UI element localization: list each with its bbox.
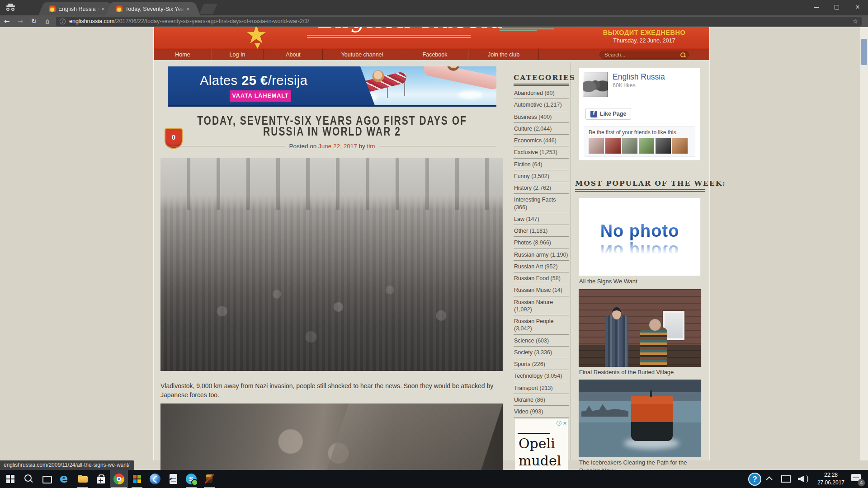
page-info-icon[interactable]: i: [60, 19, 66, 24]
popular-caption[interactable]: All the Signs We Want: [579, 276, 701, 286]
url-bar[interactable]: i englishrussia.com /2017/06/22/today-se…: [56, 17, 862, 26]
popular-thumbnail[interactable]: [579, 380, 701, 457]
category-link[interactable]: Transport (213): [514, 382, 569, 394]
ad-cta-button[interactable]: VAATA LÄHEMALT: [230, 90, 291, 102]
popular-thumbnail[interactable]: No photo No photo: [579, 197, 701, 276]
friend-avatar[interactable]: [605, 138, 621, 154]
popular-item[interactable]: No photo No photo All the Signs We Want: [579, 197, 701, 286]
reload-button[interactable]: ↻: [27, 17, 41, 25]
tab-close-icon[interactable]: ×: [186, 6, 190, 12]
maximize-button[interactable]: [826, 0, 847, 14]
category-link[interactable]: Photos (8,966): [514, 237, 569, 249]
taskbar-app[interactable]: [92, 470, 110, 488]
category-link[interactable]: Economics (446): [514, 135, 569, 146]
friend-avatar[interactable]: [672, 138, 688, 154]
taskbar-app-icon: [167, 473, 179, 485]
bookmark-star-icon[interactable]: ☆: [852, 18, 858, 25]
help-icon[interactable]: ?: [748, 473, 761, 486]
tray-expand-icon[interactable]: [766, 476, 772, 483]
home-button[interactable]: ⌂: [41, 17, 54, 25]
popular-item[interactable]: Final Residents of the Buried Village: [579, 289, 701, 377]
category-link[interactable]: Abandoned (80): [514, 87, 569, 99]
category-link[interactable]: Law (147): [514, 213, 569, 225]
taskbar-app[interactable]: [182, 470, 200, 488]
site-search[interactable]: [599, 51, 689, 59]
category-link[interactable]: Fiction (64): [514, 159, 569, 170]
minimize-button[interactable]: [806, 0, 826, 14]
like-page-button[interactable]: f Like Page: [585, 108, 631, 120]
category-link[interactable]: Russian Music (14): [514, 284, 569, 296]
ad-banner[interactable]: Alates 25 €/reisija VAATA LÄHEMALT: [168, 66, 496, 107]
category-link[interactable]: History (2,762): [514, 182, 569, 194]
back-button[interactable]: ←: [0, 17, 14, 25]
nav-link[interactable]: Facebook: [401, 49, 468, 60]
clock[interactable]: 22:28 27.06.2017: [817, 471, 844, 487]
search-icon[interactable]: [680, 52, 686, 58]
site-logo-script[interactable]: English Russia: [317, 27, 504, 33]
taskbar-app[interactable]: [110, 470, 128, 488]
category-link[interactable]: Technology (3,054): [514, 370, 569, 382]
category-link[interactable]: Interesting Facts (366): [514, 194, 569, 213]
new-tab-button[interactable]: [199, 4, 217, 14]
browser-tab-1[interactable]: English Russia » Daily sel ×: [45, 2, 108, 15]
posted-date-link[interactable]: June 22, 2017: [318, 143, 357, 150]
close-button[interactable]: ×: [847, 0, 868, 14]
category-link[interactable]: Automotive (1,217): [514, 99, 569, 111]
category-link[interactable]: Society (3,336): [514, 347, 569, 358]
nav-link[interactable]: Youtube channel: [323, 49, 401, 60]
masthead-date: Thursday, 22 June, 2017: [601, 38, 687, 44]
category-link[interactable]: Funny (3,502): [514, 170, 569, 182]
tab-close-icon[interactable]: ×: [101, 6, 105, 12]
nav-link[interactable]: About: [264, 49, 323, 60]
facebook-page-avatar[interactable]: [583, 72, 608, 97]
taskbar-app[interactable]: [146, 470, 164, 488]
category-link[interactable]: Russian army (1,190): [514, 249, 569, 261]
popular-item[interactable]: The Icebreakers Clearing the Path for th…: [579, 380, 701, 475]
category-link[interactable]: Sports (226): [514, 358, 569, 370]
facebook-page-link[interactable]: English Russia: [613, 72, 665, 82]
article-title[interactable]: TODAY, SEVENTY-SIX YEARS AGO FIRST DAYS …: [168, 113, 496, 135]
author-link[interactable]: tim: [367, 143, 375, 150]
category-link[interactable]: Russian Art (952): [514, 261, 569, 272]
category-link[interactable]: Science (603): [514, 335, 569, 347]
notification-center-icon[interactable]: 4: [850, 472, 863, 486]
friend-avatar[interactable]: [622, 138, 637, 154]
category-link[interactable]: Business (400): [514, 111, 569, 123]
category-link[interactable]: Other (1,181): [514, 225, 569, 237]
category-link[interactable]: Russian Food (58): [514, 272, 569, 284]
scrollbar-thumb[interactable]: [861, 39, 867, 65]
friend-avatar[interactable]: [656, 138, 671, 154]
category-link[interactable]: Ukraine (86): [514, 394, 569, 406]
popular-thumbnail[interactable]: [579, 289, 701, 367]
network-icon[interactable]: [780, 474, 790, 483]
volume-icon[interactable]: [797, 474, 808, 483]
taskbar-app[interactable]: [19, 470, 38, 488]
popular-caption[interactable]: Final Residents of the Buried Village: [579, 367, 701, 377]
category-link[interactable]: Russian Nature (1,092): [514, 296, 569, 316]
category-link[interactable]: Video (993): [514, 406, 569, 418]
article-photo-crowd[interactable]: [160, 158, 503, 371]
taskbar-app[interactable]: [74, 470, 92, 488]
taskbar-app[interactable]: [164, 470, 182, 488]
nav-link[interactable]: Join the club: [468, 49, 539, 60]
taskbar-app[interactable]: [128, 470, 146, 488]
taskbar-app[interactable]: [38, 470, 56, 488]
category-link[interactable]: Exclusive (1,253): [514, 146, 569, 158]
search-input[interactable]: [604, 52, 680, 57]
category-link[interactable]: Culture (2,044): [514, 123, 569, 135]
page-scrollbar[interactable]: [860, 27, 868, 460]
ad-close-icon[interactable]: ×: [563, 421, 566, 426]
category-link[interactable]: Russian People (3,042): [514, 315, 569, 335]
nav-link[interactable]: Log In: [211, 49, 264, 60]
nav-link[interactable]: Home: [154, 49, 211, 60]
adchoices-info-icon[interactable]: i: [557, 421, 561, 426]
browser-tab-2-active[interactable]: Today, Seventy-Six Years ×: [112, 2, 193, 15]
ad-headline: Alates 25 €/reisija: [200, 73, 307, 88]
friend-avatar[interactable]: [589, 138, 604, 154]
taskbar-app[interactable]: [1, 470, 19, 488]
friend-avatar[interactable]: [639, 138, 654, 154]
taskbar-app[interactable]: [56, 470, 74, 488]
taskbar-app[interactable]: [200, 470, 218, 488]
forward-button[interactable]: →: [14, 17, 27, 25]
side-ad[interactable]: i × Opeli mudel -: [515, 419, 568, 470]
